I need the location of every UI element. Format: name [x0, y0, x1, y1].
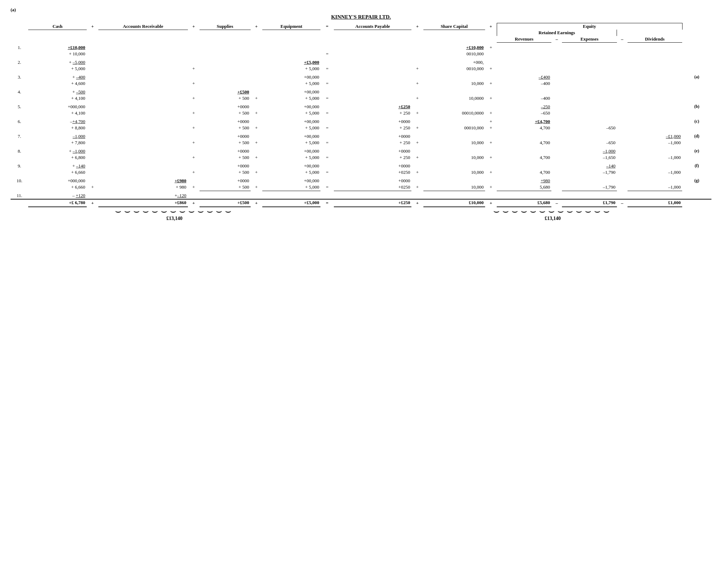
table-row: 6. –+4,700 +0000 +00,000 +0000 + +£4,700… [11, 117, 711, 125]
brace-row: ⌣⌣⌣⌣⌣⌣⌣⌣⌣⌣⌣⌣⌣ ⌣⌣⌣⌣⌣⌣⌣⌣⌣⌣⌣⌣⌣ [11, 207, 711, 216]
revenues-header: Revenues [497, 36, 551, 43]
table-row: 8. + –1,000 +0000 +00,000 +0000 –1,000 (… [11, 146, 711, 154]
table-row: 4. + –500 +£500 +00,000 [11, 87, 711, 95]
right-total: £13,140 [423, 215, 682, 222]
supplies-header: Supplies [200, 23, 251, 30]
table-row: + 6,660 + + 980 + + 500 + + 5,000 = +025… [11, 184, 711, 191]
table-row: + 4,600 + + 5,000 = + 10,000 + –400 [11, 80, 711, 87]
table-row: + 8,800 + + 500 + + 5,000 = + 250 + 0001… [11, 125, 711, 131]
op7: – [551, 36, 562, 43]
accounting-table: Cash + Accounts Receivable + Supplies + … [11, 23, 711, 222]
table-row: 5. +000,000 +0000 +00,000 +£250 –250 (b) [11, 102, 711, 110]
table-row: + 10,000 = 0010,000 [11, 51, 711, 57]
op3: + [251, 23, 262, 30]
op5: + [411, 23, 423, 30]
table-row: 2. + –5,000 +£5,000 +000, [11, 57, 711, 66]
op6: + [485, 23, 497, 30]
ap-header: Accounts Payable [334, 23, 412, 30]
table-row: 10. +000,000 +£980 +0000 +00,000 +0000 +… [11, 176, 711, 184]
table-row: 1. +£10,000 +£10,000 + [11, 43, 711, 51]
table-row: + 5,000 + + 5,000 = + 0010,000 + [11, 66, 711, 72]
op2: + [188, 23, 200, 30]
equipment-header: Equipment [262, 23, 321, 30]
table-row: + 4,100 + + 500 + + 5,000 = + 10,0000 + … [11, 95, 711, 102]
sc-header: Share Capital [423, 23, 485, 30]
op8: – [617, 36, 628, 43]
dividends-header: Dividends [628, 36, 682, 43]
cash-header: Cash [28, 23, 87, 30]
expenses-header: Expenses [562, 36, 617, 43]
page-label: (a) [11, 7, 711, 13]
table-row: + 7,800 + + 500 + + 5,000 = + 250 + 10,0… [11, 140, 711, 146]
table-row: 7. –1,000 +0000 +00,000 +0000 –£1,000 (d… [11, 131, 711, 140]
retained-earnings-header: Retained Earnings [497, 30, 617, 36]
table-row: + 6,660 + + 500 + + 5,000 = +0250 + 10,0… [11, 169, 711, 176]
table-row: 11. – +120 +–120 [11, 191, 711, 199]
table-row: 3. + –400 +00,000 –£400 (a) [11, 72, 711, 80]
table-row: + 4,100 + + 500 + + 5,000 = + 250 + 0001… [11, 110, 711, 117]
op4: = [320, 23, 334, 30]
op1: + [87, 23, 98, 30]
left-total: £13,140 [28, 215, 320, 222]
equity-header: Equity [497, 23, 682, 30]
table-row: + 6,800 + + 500 + + 5,000 = + 250 + 10,0… [11, 154, 711, 161]
totals-row: £13,140 £13,140 [11, 215, 711, 222]
table-row: 9. + –140 +0000 +00,000 +0000 –140 (f) [11, 161, 711, 169]
ar-header: Accounts Receivable [98, 23, 188, 30]
page-title: KINNEY'S REPAIR LTD. [11, 14, 711, 20]
